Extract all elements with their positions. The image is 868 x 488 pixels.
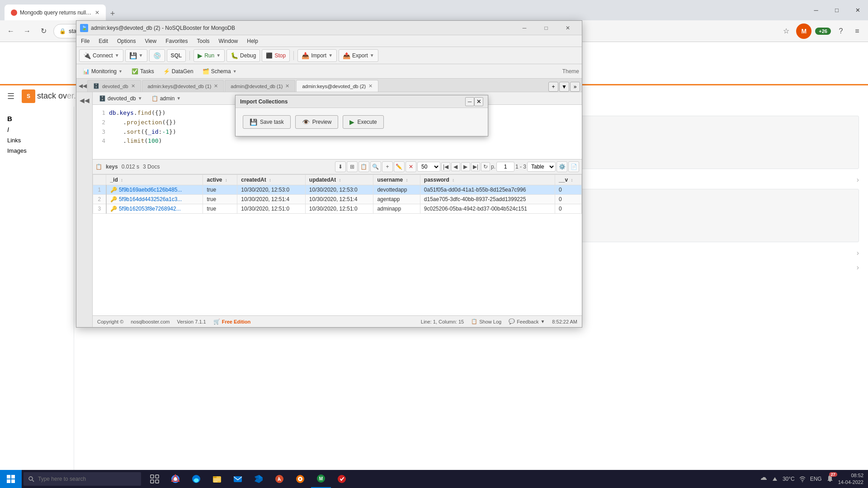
taskbar-edge-btn[interactable] (186, 470, 206, 488)
col-active[interactable]: active ↕ (203, 175, 237, 185)
import-dialog-close-btn[interactable]: ✕ (474, 97, 483, 106)
view-mode-select[interactable]: Table JSON Tree (527, 162, 556, 172)
datagen-btn[interactable]: ⚡ DataGen (160, 66, 197, 77)
menu-edit[interactable]: Edit (94, 35, 113, 47)
tab-admin-devoted-1[interactable]: admin@devoted_db (1) ✕ (225, 80, 295, 92)
db-selector-btn[interactable]: 🗄️ devoted_db ▼ (96, 94, 145, 103)
nsb-table-container[interactable]: _id ↕ active ↕ createdAt ↕ updatedAt ↕ u… (93, 174, 582, 315)
col-password[interactable]: password ↕ (420, 175, 555, 185)
feedback-btn[interactable]: 💬 Feedback ▼ (509, 319, 545, 324)
schema-btn[interactable]: 🗂️ Schema ▼ (199, 66, 241, 77)
taskbar-antivirus-btn[interactable] (332, 470, 352, 488)
tab-devoted-db[interactable]: 🗄️ devoted_db ✕ (87, 80, 141, 92)
taskbar-taskview-btn[interactable] (145, 470, 165, 488)
settings-btn[interactable]: ⚙️ (557, 161, 567, 172)
col-v[interactable]: __v ↕ (555, 175, 582, 185)
refresh-results-btn[interactable]: ↻ (481, 162, 490, 171)
results-action-3[interactable]: 📋 (359, 161, 369, 172)
run-btn[interactable]: ▶ Run ▼ (193, 49, 225, 62)
tray-up-arrow-icon[interactable] (771, 475, 779, 483)
collection-selector-btn[interactable]: 📋 admin ▼ (149, 94, 184, 103)
debug-btn[interactable]: 🐛 Debug (226, 49, 260, 62)
tabs-collapse-btn[interactable]: ◀◀ (78, 80, 87, 92)
page-input[interactable] (496, 162, 514, 172)
tray-cloud-icon[interactable] (759, 475, 767, 483)
last-page-btn[interactable]: ▶| (471, 162, 480, 171)
stop-btn[interactable]: ⬛ Stop (262, 49, 290, 62)
preview-btn[interactable]: 👁️ Preview (295, 115, 339, 129)
help-btn[interactable]: ? (835, 25, 847, 38)
menu-help[interactable]: Help (242, 35, 263, 47)
results-action-2[interactable]: ⊞ (347, 161, 358, 172)
table-row[interactable]: 3 🔑 5f9b162053f8e7268942... true 10/30/2… (93, 204, 582, 214)
menu-view[interactable]: View (140, 35, 161, 47)
taskbar-chrome-btn[interactable] (165, 470, 185, 488)
browser-maximize-btn[interactable]: □ (826, 0, 847, 20)
save-task-btn[interactable]: 💾 Save task (243, 115, 291, 129)
tab-close-3[interactable]: ✕ (285, 83, 289, 89)
menu-window[interactable]: Window (214, 35, 243, 47)
forward-btn[interactable]: → (21, 25, 33, 38)
expand-arrow-2[interactable]: › (857, 248, 859, 258)
tray-wifi-icon[interactable] (798, 475, 807, 483)
bookmark-btn[interactable]: ☆ (780, 25, 793, 38)
tab-add-btn[interactable]: + (548, 82, 558, 92)
tab-close-1[interactable]: ✕ (131, 83, 135, 89)
tab-overflow-btn[interactable]: » (570, 82, 580, 92)
table-row[interactable]: 1 🔑 5f9b169aebd6c126b485... true 10/30/2… (93, 185, 582, 195)
import-btn[interactable]: 📥 Import ▼ (297, 49, 337, 62)
menu-tools[interactable]: Tools (193, 35, 214, 47)
taskbar-nsb-btn[interactable]: M (311, 470, 331, 488)
row-1-id[interactable]: 🔑 5f9b169aebd6c126b485... (106, 185, 203, 195)
col-updatedat[interactable]: updatedAt ↕ (305, 175, 373, 185)
taskbar-explorer-btn[interactable] (207, 470, 227, 488)
notification-area[interactable]: 27 (826, 474, 835, 484)
sidebar-bold-b[interactable]: B (0, 111, 74, 124)
row-2-id[interactable]: 🔑 5f9b164dd4432526a1c3... (106, 195, 203, 204)
browser-close-btn[interactable]: ✕ (847, 0, 868, 20)
nsb-maximize-btn[interactable]: □ (536, 21, 557, 35)
tab-admin-keys-1[interactable]: admin:keys@devoted_db (1) ✕ (142, 80, 224, 92)
new-tab-btn[interactable]: + (106, 7, 119, 20)
taskbar-draw-btn[interactable] (269, 470, 289, 488)
first-page-btn[interactable]: |◀ (441, 162, 450, 171)
browser-tab-active[interactable]: Mongodb query returns null eve... ✕ (5, 5, 106, 20)
menu-btn[interactable]: ≡ (851, 25, 863, 38)
extension-badge[interactable]: +26 (815, 28, 831, 35)
copy-btn[interactable]: 📄 (568, 161, 579, 172)
tab-close-btn[interactable]: ✕ (95, 9, 99, 16)
next-page-btn[interactable]: ▶ (461, 162, 470, 171)
disk-btn[interactable]: 💿 (149, 49, 165, 62)
row-3-id[interactable]: 🔑 5f9b162053f8e7268942... (106, 204, 203, 214)
taskbar-start-btn[interactable] (0, 470, 22, 488)
show-log-btn[interactable]: 📋 Show Log (471, 319, 501, 324)
tab-admin-keys-2-active[interactable]: admin:keys@devoted_db (2) ✕ (296, 80, 378, 92)
connect-btn[interactable]: 🔌 Connect ▼ (79, 49, 123, 62)
sidebar-italic[interactable]: I (0, 124, 74, 135)
tab-close-4[interactable]: ✕ (368, 83, 373, 89)
export-btn[interactable]: 📤 Export ▼ (339, 49, 378, 62)
menu-favorites[interactable]: Favorites (161, 35, 192, 47)
sql-btn[interactable]: SQL (167, 49, 186, 62)
results-action-4[interactable]: 🔍 (370, 161, 381, 172)
results-delete-btn[interactable]: ✕ (406, 161, 416, 172)
browser-minimize-btn[interactable]: ─ (806, 0, 826, 20)
hamburger-menu[interactable]: ☰ (7, 91, 14, 101)
taskbar-browser2-btn[interactable] (290, 470, 310, 488)
table-row[interactable]: 2 🔑 5f9b164dd4432526a1c3... true 10/30/2… (93, 195, 582, 204)
page-size-select[interactable]: 50 100 200 (417, 162, 440, 172)
monitoring-btn[interactable]: 📊 Monitoring ▼ (79, 66, 126, 77)
prev-page-btn[interactable]: ◀ (451, 162, 460, 171)
results-action-6[interactable]: ✏️ (394, 161, 405, 172)
left-panel-btn-1[interactable]: ◀◀ (78, 94, 91, 107)
col-username[interactable]: username ↕ (373, 175, 420, 185)
tab-dropdown-btn[interactable]: ▼ (559, 82, 569, 92)
tasks-btn[interactable]: ✅ Tasks (128, 66, 158, 77)
refresh-btn[interactable]: ↻ (37, 25, 50, 38)
expand-arrow-3[interactable]: › (857, 262, 859, 273)
expand-arrow-1[interactable]: › (857, 174, 859, 185)
col-id[interactable]: _id ↕ (106, 175, 203, 185)
tab-close-2[interactable]: ✕ (214, 83, 218, 89)
taskbar-search[interactable] (24, 472, 141, 486)
sidebar-links[interactable]: Links (0, 135, 74, 145)
